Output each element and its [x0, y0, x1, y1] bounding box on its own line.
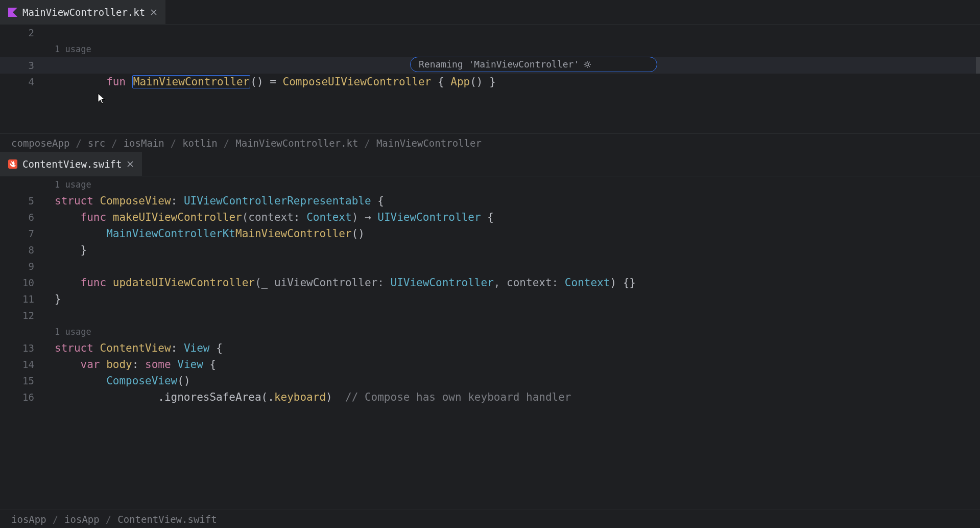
swift-file-icon [8, 159, 17, 169]
crumb[interactable]: MainViewController [376, 137, 482, 149]
crumb[interactable]: iosApp [11, 514, 46, 525]
code-row-active: 3 fun MainViewController() = ComposeUIVi… [0, 57, 980, 74]
close-icon[interactable] [150, 9, 157, 16]
tab-contentview[interactable]: ContentView.swift [0, 152, 142, 176]
hint-text: Renaming 'MainViewController' [419, 56, 579, 73]
usages-hint[interactable]: 1 usage [49, 41, 980, 57]
crumb[interactable]: iosMain [124, 137, 164, 149]
gutter-ln: 3 [0, 57, 49, 74]
tab-label: MainViewController.kt [22, 7, 145, 18]
crumb[interactable]: iosApp [64, 514, 100, 525]
code-editor-top[interactable]: 2 1 usage 3 fun MainViewController() = C… [0, 25, 980, 133]
gear-icon[interactable] [583, 28, 650, 101]
crumb[interactable]: kotlin [182, 137, 218, 149]
rename-hint-pill[interactable]: Renaming 'MainViewController' [410, 57, 657, 72]
gutter-ln: 4 [0, 74, 49, 90]
mouse-cursor-icon [98, 60, 106, 72]
close-icon[interactable] [127, 160, 134, 168]
usages-hint[interactable]: 1 usage [49, 324, 980, 340]
crumb[interactable]: src [88, 137, 105, 149]
svg-point-3 [586, 63, 589, 66]
gutter-ln: 2 [0, 25, 49, 41]
code-editor-bottom[interactable]: 1 usage 5 struct ComposeView: UIViewCont… [0, 176, 980, 510]
usages-hint[interactable]: 1 usage [49, 176, 980, 193]
crumb[interactable]: composeApp [11, 137, 69, 149]
tab-mainviewcontroller[interactable]: MainViewController.kt [0, 0, 166, 24]
breadcrumb-top[interactable]: composeApp/ src/ iosMain/ kotlin/ MainVi… [0, 133, 980, 152]
editor-pane-top: MainViewController.kt 2 1 usage 3 fun Ma… [0, 0, 980, 152]
kotlin-file-icon [8, 8, 17, 17]
crumb[interactable]: MainViewController.kt [235, 137, 358, 149]
editor-pane-bottom: ContentView.swift 1 usage 5 struct Compo… [0, 152, 980, 528]
tab-label: ContentView.swift [22, 158, 122, 170]
svg-marker-0 [8, 8, 17, 17]
crumb[interactable]: ContentView.swift [117, 514, 217, 525]
breadcrumb-bot[interactable]: iosApp/ iosApp/ ContentView.swift [0, 510, 980, 528]
tabbar-top: MainViewController.kt [0, 0, 980, 25]
tabbar-bot: ContentView.swift [0, 152, 980, 176]
